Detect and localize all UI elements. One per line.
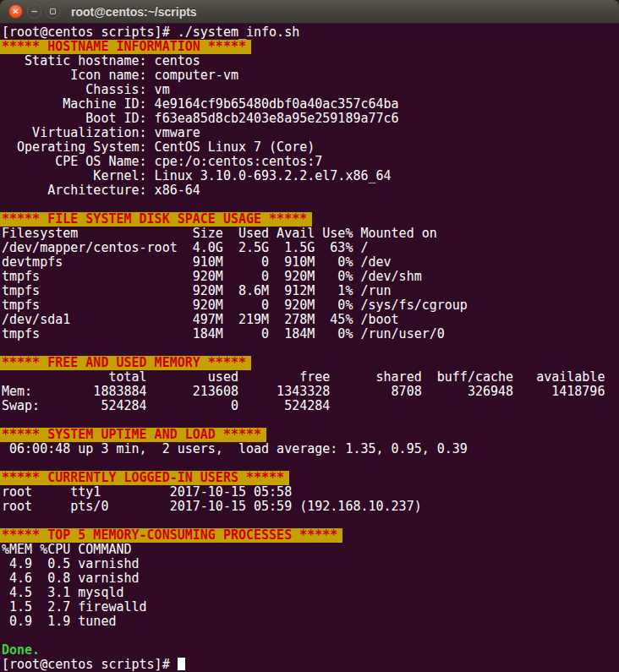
terminal-line: Filesystem Size Used Avail Use% Mounted … <box>0 227 619 241</box>
terminal-line: tmpfs 184M 0 184M 0% /run/user/0 <box>0 327 619 341</box>
terminal-text: Kernel: Linux 3.10.0-693.2.2.el7.x86_64 <box>2 168 392 183</box>
terminal-line <box>0 198 619 212</box>
terminal-line: Done. <box>0 643 619 658</box>
terminal-text: Architecture: x86-64 <box>2 183 200 198</box>
terminal-window: ✕ − root@centos:~/scripts [root@centos s… <box>0 0 619 672</box>
terminal-text: Chassis: vm <box>2 82 170 97</box>
section-header-text: ***** CURRENTLY LOGGED-IN USERS ***** <box>0 471 289 485</box>
terminal-text: [root@centos scripts]# ./system_info.sh <box>2 25 299 40</box>
terminal-line <box>0 514 619 528</box>
terminal-line: Machine ID: 4e9164cf9b65480dbf0a40ac357c… <box>0 97 619 112</box>
terminal-line: 1.5 2.7 firewalld <box>0 600 619 615</box>
terminal-cursor <box>178 658 185 670</box>
section-header-text: ***** SYSTEM UPTIME AND LOAD ***** <box>0 428 266 442</box>
terminal-text: tmpfs 920M 0 920M 0% /sys/fs/cgroup <box>2 298 468 313</box>
section-header-line: ***** CURRENTLY LOGGED-IN USERS ***** <box>0 471 619 485</box>
terminal-text: Mem: 1883884 213608 1343328 8708 326948 … <box>2 384 605 399</box>
terminal-text: Icon name: computer-vm <box>2 68 238 83</box>
section-header-text: ***** FREE AND USED MEMORY ***** <box>0 356 251 370</box>
terminal-line: 06:00:48 up 3 min, 2 users, load average… <box>0 442 619 456</box>
terminal-line <box>0 413 619 428</box>
terminal-text: Boot ID: f63ea85d8cb2403e8a95e259189a77c… <box>2 111 399 126</box>
terminal-text: 4.6 0.8 varnishd <box>2 571 140 586</box>
terminal-text: %MEM %CPU COMMAND <box>2 542 132 557</box>
terminal-line: devtmpfs 910M 0 910M 0% /dev <box>0 255 619 270</box>
terminal-text: Operating System: CentOS Linux 7 (Core) <box>2 139 315 155</box>
minimize-icon: − <box>30 7 38 16</box>
terminal-line: Boot ID: f63ea85d8cb2403e8a95e259189a77c… <box>0 112 619 126</box>
terminal-text: /dev/sda1 497M 219M 278M 45% /boot <box>2 312 399 327</box>
section-header-line: ***** SYSTEM UPTIME AND LOAD ***** <box>0 428 619 442</box>
terminal-text: tmpfs 920M 8.6M 912M 1% /run <box>2 283 392 298</box>
section-header-text: ***** TOP 5 MEMORY-CONSUMING PROCESSES *… <box>0 528 342 543</box>
terminal-line: Operating System: CentOS Linux 7 (Core) <box>0 140 619 155</box>
terminal-line: total used free shared buff/cache availa… <box>0 370 619 385</box>
terminal-line: Static hostname: centos <box>0 54 619 68</box>
terminal-line: CPE OS Name: cpe:/o:centos:centos:7 <box>0 155 619 169</box>
terminal-text: Filesystem Size Used Avail Use% Mounted … <box>2 226 437 241</box>
terminal-text: Swap: 524284 0 524284 <box>2 398 330 413</box>
terminal-text: root tty1 2017-10-15 05:58 <box>2 484 292 500</box>
terminal-line: Icon name: computer-vm <box>0 68 619 83</box>
section-header-text: ***** HOSTNAME INFORMATION ***** <box>0 40 251 54</box>
terminal-text: Machine ID: 4e9164cf9b65480dbf0a40ac357c… <box>2 96 399 112</box>
terminal-output: [root@centos scripts]# ./system_info.sh*… <box>0 25 619 672</box>
terminal-line: Kernel: Linux 3.10.0-693.2.2.el7.x86_64 <box>0 169 619 183</box>
terminal-text: [root@centos scripts]# <box>2 657 178 672</box>
section-header-line: ***** FREE AND USED MEMORY ***** <box>0 356 619 370</box>
terminal-line: /dev/sda1 497M 219M 278M 45% /boot <box>0 313 619 327</box>
terminal-text: 1.5 2.7 firewalld <box>2 599 147 615</box>
terminal-line: /dev/mapper/centos-root 4.0G 2.5G 1.5G 6… <box>0 241 619 255</box>
terminal-screen[interactable]: [root@centos scripts]# ./system_info.sh*… <box>0 24 619 672</box>
minimize-button[interactable]: − <box>27 4 41 19</box>
terminal-text: devtmpfs 910M 0 910M 0% /dev <box>2 254 392 270</box>
title-bar[interactable]: ✕ − root@centos:~/scripts <box>0 0 619 24</box>
terminal-text: 4.5 3.1 mysqld <box>2 585 124 600</box>
terminal-line: tmpfs 920M 0 920M 0% /sys/fs/cgroup <box>0 298 619 313</box>
terminal-text: total used free shared buff/cache availa… <box>2 369 605 385</box>
terminal-line: Architecture: x86-64 <box>0 183 619 198</box>
terminal-line: [root@centos scripts]# ./system_info.sh <box>0 25 619 40</box>
window-title: root@centos:~/scripts <box>71 5 197 19</box>
terminal-text: Virtualization: vmware <box>2 125 200 140</box>
section-header-line: ***** TOP 5 MEMORY-CONSUMING PROCESSES *… <box>0 528 619 543</box>
section-header-text: ***** FILE SYSTEM DISK SPACE USAGE ***** <box>0 212 312 227</box>
terminal-text: 4.9 0.5 varnishd <box>2 556 140 571</box>
terminal-text: Static hostname: centos <box>2 53 200 68</box>
prompt-line: [root@centos scripts]# <box>0 658 619 672</box>
terminal-line <box>0 341 619 356</box>
terminal-line <box>0 456 619 471</box>
terminal-line: 0.9 1.9 tuned <box>0 615 619 629</box>
terminal-line: Virtualization: vmware <box>0 126 619 140</box>
terminal-text: root pts/0 2017-10-15 05:59 (192.168.10.… <box>2 499 422 514</box>
terminal-line: root pts/0 2017-10-15 05:59 (192.168.10.… <box>0 500 619 514</box>
terminal-line: Swap: 524284 0 524284 <box>0 399 619 413</box>
terminal-text: tmpfs 184M 0 184M 0% /run/user/0 <box>2 326 445 341</box>
terminal-text: 06:00:48 up 3 min, 2 users, load average… <box>2 441 468 456</box>
maximize-button[interactable] <box>46 4 60 19</box>
maximize-icon <box>50 8 56 14</box>
section-header-line: ***** FILE SYSTEM DISK SPACE USAGE ***** <box>0 212 619 227</box>
close-icon: ✕ <box>12 8 19 16</box>
terminal-line: 4.6 0.8 varnishd <box>0 571 619 586</box>
terminal-line: 4.5 3.1 mysqld <box>0 586 619 600</box>
close-button[interactable]: ✕ <box>8 4 23 19</box>
terminal-text: CPE OS Name: cpe:/o:centos:centos:7 <box>2 154 322 169</box>
terminal-text: 0.9 1.9 tuned <box>2 614 116 629</box>
terminal-line: tmpfs 920M 0 920M 0% /dev/shm <box>0 270 619 284</box>
terminal-line: tmpfs 920M 8.6M 912M 1% /run <box>0 284 619 298</box>
terminal-line: Mem: 1883884 213608 1343328 8708 326948 … <box>0 385 619 399</box>
terminal-text: /dev/mapper/centos-root 4.0G 2.5G 1.5G 6… <box>2 240 368 255</box>
terminal-line <box>0 629 619 643</box>
terminal-line: %MEM %CPU COMMAND <box>0 543 619 557</box>
terminal-text: tmpfs 920M 0 920M 0% /dev/shm <box>2 269 422 284</box>
terminal-line: Chassis: vm <box>0 83 619 97</box>
terminal-line: 4.9 0.5 varnishd <box>0 557 619 571</box>
terminal-line: root tty1 2017-10-15 05:58 <box>0 485 619 500</box>
terminal-text: Done. <box>2 642 40 658</box>
section-header-line: ***** HOSTNAME INFORMATION ***** <box>0 40 619 54</box>
